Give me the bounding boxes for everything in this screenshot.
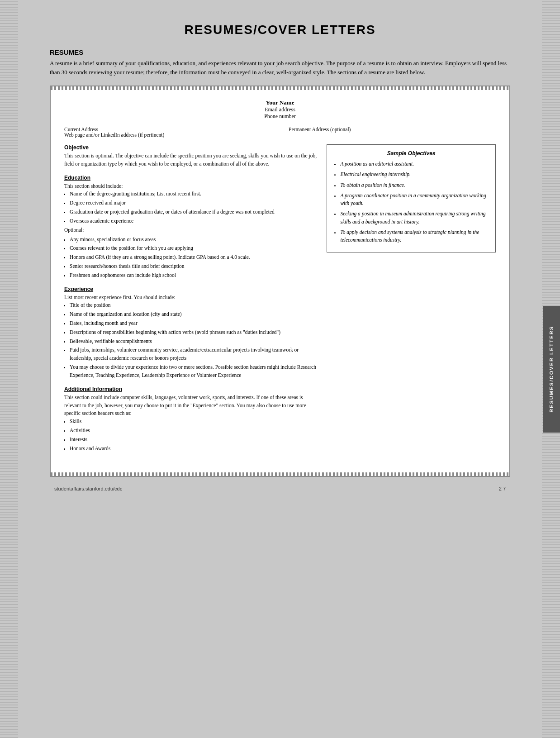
resumes-intro: A resume is a brief summary of your qual…	[50, 59, 510, 76]
list-item: Skills	[70, 418, 318, 426]
additional-info-list: Skills Activities Interests Honors and A…	[64, 418, 318, 452]
current-address: Current Address Web page and/or LinkedIn…	[64, 127, 271, 138]
list-item: Name of the degree-granting institutions…	[70, 190, 318, 198]
additional-info-text: This section could include computer skil…	[64, 394, 318, 418]
list-item: Courses relevant to the position for whi…	[70, 244, 318, 252]
objective-text: This section is optional. The objective …	[64, 152, 318, 168]
objective-section: Objective This section is optional. The …	[64, 144, 318, 168]
additional-info-section: Additional Information This section coul…	[64, 386, 318, 453]
objective-item: A position as an editorial assistant.	[340, 160, 489, 168]
list-item: Title of the position	[70, 301, 318, 309]
list-item: Activities	[70, 427, 318, 435]
page-wrapper: RESUMES/COVER LETTERS RESUMES/COVER LETT…	[0, 0, 560, 738]
experience-section: Experience List most recent experience f…	[64, 286, 318, 380]
doc-inner: Your Name Email address Phone number Cur…	[51, 90, 509, 472]
objectives-list: A position as an editorial assistant. El…	[334, 160, 489, 244]
resumes-heading: RESUMES	[50, 48, 510, 56]
list-item: Overseas academic experience	[70, 217, 318, 225]
page-footer: studentaffairs.stanford.edu/cdc 2 7	[50, 486, 510, 491]
doc-left-column: Objective This section is optional. The …	[64, 144, 318, 459]
objectives-box: Sample Objectives A position as an edito…	[327, 144, 496, 252]
doc-bottom-border	[51, 472, 509, 476]
education-title: Education	[64, 175, 318, 181]
permanent-address: Permanent Address (optional)	[289, 127, 496, 138]
list-item: Any minors, specialization or focus area…	[70, 236, 318, 244]
vertical-tab: RESUMES/COVER LETTERS	[543, 306, 560, 433]
page-title: RESUMES/COVER LETTERS	[50, 23, 510, 37]
objective-item: Electrical engineering internship.	[340, 171, 489, 178]
optional-label: Optional:	[64, 226, 318, 234]
list-item: Dates, including month and year	[70, 319, 318, 328]
resume-header: Your Name Email address Phone number	[64, 99, 496, 120]
current-address-sub: Web page and/or LinkedIn address (if per…	[64, 132, 271, 138]
doc-top-border	[51, 86, 509, 90]
objective-item: A program coordinator position in a comm…	[340, 192, 489, 208]
list-item: Paid jobs, internships, volunteer commun…	[70, 346, 318, 362]
additional-info-title: Additional Information	[64, 386, 318, 392]
list-item: Honors and GPA (if they are a strong sel…	[70, 253, 318, 262]
doc-right-column: Sample Objectives A position as an edito…	[327, 144, 496, 459]
list-item: You may choose to divide your experience…	[70, 363, 318, 380]
experience-title: Experience	[64, 286, 318, 292]
education-list: Name of the degree-granting institutions…	[64, 190, 318, 225]
vertical-tab-text: RESUMES/COVER LETTERS	[549, 326, 554, 413]
doc-body: Objective This section is optional. The …	[64, 144, 496, 459]
footer-url: studentaffairs.stanford.edu/cdc	[54, 486, 122, 491]
list-item: Senior research/honors thesis title and …	[70, 262, 318, 271]
list-item: Descriptions of responsibilities beginni…	[70, 329, 318, 337]
education-intro: This section should include:	[64, 182, 318, 190]
list-item: Graduation date or projected graduation …	[70, 208, 318, 216]
objective-title: Objective	[64, 144, 318, 151]
experience-intro: List most recent experience first. You s…	[64, 294, 318, 302]
current-address-label: Current Address	[64, 127, 271, 132]
list-item: Freshmen and sophomores can include high…	[70, 271, 318, 280]
left-border-decoration	[0, 0, 18, 738]
objectives-box-title: Sample Objectives	[334, 150, 489, 157]
resume-name: Your Name	[64, 99, 496, 106]
document-area: Your Name Email address Phone number Cur…	[50, 86, 510, 477]
resume-phone: Phone number	[64, 113, 496, 120]
education-optional-list: Any minors, specialization or focus area…	[64, 236, 318, 280]
objective-item: Seeking a position in museum administrat…	[340, 210, 489, 226]
list-item: Interests	[70, 436, 318, 444]
list-item: Honors and Awards	[70, 445, 318, 453]
list-item: Name of the organization and location (c…	[70, 310, 318, 319]
objective-item: To obtain a position in finance.	[340, 181, 489, 189]
address-section: Current Address Web page and/or LinkedIn…	[64, 127, 496, 138]
list-item: Degree received and major	[70, 199, 318, 207]
main-content: RESUMES/COVER LETTERS RESUMES A resume i…	[50, 14, 510, 491]
list-item: Believable, verifiable accomplishments	[70, 338, 318, 346]
permanent-address-label: Permanent Address (optional)	[289, 127, 496, 132]
experience-list: Title of the position Name of the organi…	[64, 301, 318, 379]
resume-email: Email address	[64, 106, 496, 113]
objective-item: To apply decision and systems analysis t…	[340, 229, 489, 244]
footer-page: 2 7	[499, 486, 506, 491]
education-section: Education This section should include: N…	[64, 175, 318, 280]
